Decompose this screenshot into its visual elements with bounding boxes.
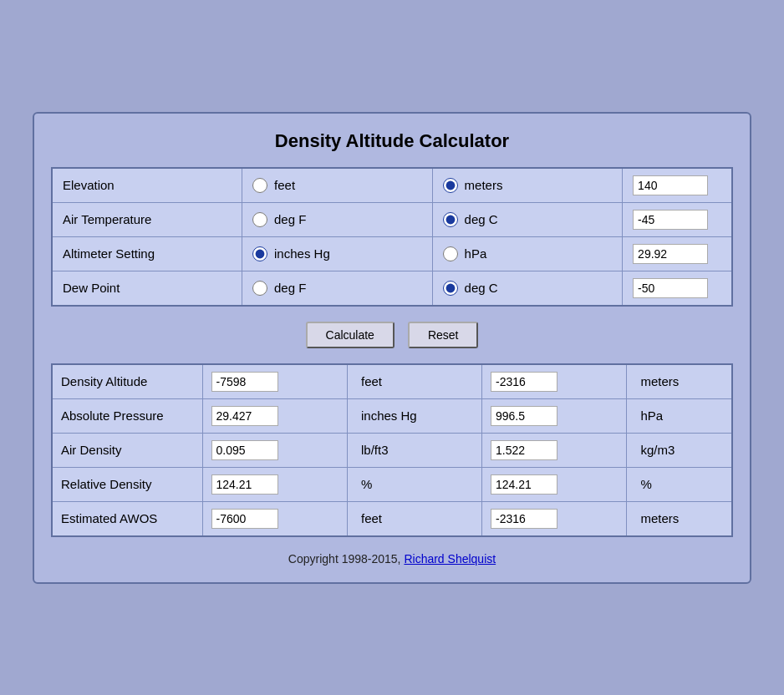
altimeter-hpa-label[interactable]: hPa: [443, 246, 613, 261]
air-density-kgm3-input[interactable]: [491, 440, 557, 460]
estimated-awos-label: Estimated AWOS: [52, 501, 202, 536]
input-table: Elevation feet meters Air Temperature: [51, 167, 733, 307]
button-row: Calculate Reset: [51, 322, 733, 348]
absolute-pressure-inhg-unit: inches Hg: [356, 408, 417, 423]
absolute-pressure-inhg-input[interactable]: [211, 406, 278, 426]
absolute-pressure-hpa-input[interactable]: [491, 406, 557, 426]
relative-density-row: Relative Density % %: [52, 467, 732, 501]
air-density-lbft3-unit: lb/ft3: [356, 443, 389, 457]
main-container: Density Altitude Calculator Elevation fe…: [33, 112, 751, 584]
estimated-awos-feet-unit: feet: [356, 511, 382, 525]
altimeter-inhg-text: inches Hg: [274, 246, 330, 261]
temp-degf-label[interactable]: deg F: [252, 212, 422, 227]
reset-button[interactable]: Reset: [408, 322, 479, 348]
estimated-awos-row: Estimated AWOS feet meters: [52, 501, 732, 536]
copyright-text: Copyright 1998-2015,: [288, 552, 405, 566]
relative-density-1-input[interactable]: [211, 474, 278, 495]
elevation-meters-label[interactable]: meters: [443, 178, 613, 193]
relative-density-label: Relative Density: [52, 467, 202, 501]
air-temperature-label: Air Temperature: [52, 202, 242, 236]
density-altitude-meters-input[interactable]: [491, 372, 557, 392]
estimated-awos-feet-input[interactable]: [211, 509, 278, 529]
copyright-section: Copyright 1998-2015, Richard Shelquist: [51, 552, 733, 566]
density-altitude-feet-unit: feet: [356, 374, 382, 388]
temp-degc-radio[interactable]: [443, 212, 458, 227]
elevation-feet-radio[interactable]: [252, 178, 267, 193]
altimeter-inhg-radio[interactable]: [252, 246, 267, 261]
air-density-kgm3-unit: kg/m3: [635, 443, 675, 457]
altimeter-setting-row: Altimeter Setting inches Hg hPa: [52, 236, 732, 271]
density-altitude-label: Density Altitude: [52, 364, 202, 399]
copyright-link[interactable]: Richard Shelquist: [404, 552, 496, 566]
dewpoint-degc-radio[interactable]: [443, 281, 458, 296]
elevation-row: Elevation feet meters: [52, 168, 732, 203]
air-temperature-input[interactable]: [633, 210, 708, 230]
altimeter-hpa-text: hPa: [465, 246, 487, 261]
density-altitude-feet-input[interactable]: [211, 372, 278, 392]
dewpoint-degc-text: deg C: [465, 281, 498, 295]
estimated-awos-meters-unit: meters: [635, 511, 679, 525]
dewpoint-degf-text: deg F: [274, 281, 306, 295]
dew-point-input[interactable]: [633, 278, 708, 298]
dewpoint-degf-label[interactable]: deg F: [252, 281, 422, 296]
dewpoint-degf-radio[interactable]: [252, 281, 267, 296]
output-table: Density Altitude feet meters Absolute Pr…: [51, 363, 733, 537]
temp-degf-text: deg F: [274, 212, 306, 226]
density-altitude-row: Density Altitude feet meters: [52, 364, 732, 399]
air-temperature-row: Air Temperature deg F deg C: [52, 202, 732, 236]
relative-density-2-input[interactable]: [491, 474, 557, 495]
elevation-feet-text: feet: [274, 178, 295, 192]
elevation-feet-label[interactable]: feet: [252, 178, 422, 193]
relative-density-1-unit: %: [356, 477, 372, 491]
absolute-pressure-label: Absolute Pressure: [52, 398, 202, 433]
absolute-pressure-row: Absolute Pressure inches Hg hPa: [52, 398, 732, 433]
absolute-pressure-hpa-unit: hPa: [635, 408, 663, 423]
dew-point-row: Dew Point deg F deg C: [52, 271, 732, 306]
altimeter-setting-input[interactable]: [633, 244, 708, 264]
air-density-lbft3-input[interactable]: [211, 440, 278, 460]
calculate-button[interactable]: Calculate: [306, 322, 395, 348]
estimated-awos-meters-input[interactable]: [491, 509, 557, 529]
elevation-input[interactable]: [633, 175, 708, 195]
altimeter-inhg-label[interactable]: inches Hg: [252, 246, 422, 261]
relative-density-2-unit: %: [635, 477, 651, 491]
altimeter-hpa-radio[interactable]: [443, 246, 458, 261]
air-density-label: Air Density: [52, 433, 202, 467]
temp-degc-label[interactable]: deg C: [443, 212, 613, 227]
dewpoint-degc-label[interactable]: deg C: [443, 281, 613, 296]
dew-point-label: Dew Point: [52, 271, 242, 306]
density-altitude-meters-unit: meters: [635, 374, 679, 388]
temp-degf-radio[interactable]: [252, 212, 267, 227]
elevation-meters-text: meters: [465, 178, 503, 192]
altimeter-setting-label: Altimeter Setting: [52, 236, 242, 271]
elevation-label: Elevation: [52, 168, 242, 203]
air-density-row: Air Density lb/ft3 kg/m3: [52, 433, 732, 467]
temp-degc-text: deg C: [465, 212, 498, 226]
elevation-meters-radio[interactable]: [443, 178, 458, 193]
page-title: Density Altitude Calculator: [51, 130, 733, 152]
